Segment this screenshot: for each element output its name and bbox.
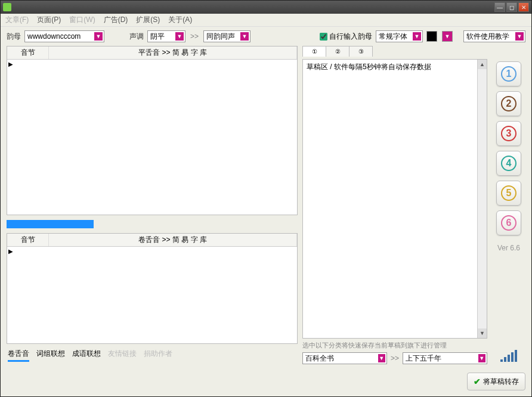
tone-combo[interactable]: ▼ xyxy=(147,30,185,42)
content-area: 音节 平舌音 >> 简 易 字 库 ▶ 音节 卷舌音 >> 简 易 字 库 ▶ xyxy=(1,46,531,369)
menu-window[interactable]: 窗口(W) xyxy=(69,15,95,25)
draft-scrollbar[interactable]: ▲ ▼ xyxy=(477,60,487,338)
minimize-button[interactable]: — xyxy=(494,2,505,12)
progress-bar[interactable] xyxy=(7,220,298,228)
menu-article[interactable]: 文章(F) xyxy=(5,15,29,25)
color-swatch[interactable] xyxy=(426,31,437,42)
flat-tongue-panel: 音节 平舌音 >> 简 易 字 库 ▶ xyxy=(7,46,298,215)
num-button-4[interactable]: 4 xyxy=(496,151,521,176)
color-dropdown-icon[interactable]: ▼ xyxy=(442,31,453,42)
num-button-2[interactable]: 2 xyxy=(496,91,521,116)
flat-table-header: 音节 平舌音 >> 简 易 字 库 xyxy=(7,46,297,60)
col-syllable[interactable]: 音节 xyxy=(7,234,49,246)
dropdown-arrow-icon[interactable]: ▼ xyxy=(515,32,524,41)
category1-combo[interactable]: ▼ xyxy=(302,352,387,364)
curl-tongue-panel: 音节 卷舌音 >> 简 易 字 库 ▶ xyxy=(7,233,298,344)
right-pane: ① ② ③ 草稿区 / 软件每隔5秒钟将自动保存数据 ▲ ▼ 选中以下分类将快速… xyxy=(302,46,487,364)
tab-phrase[interactable]: 词组联想 xyxy=(36,349,65,362)
self-input-checkbox[interactable]: 自行输入韵母 xyxy=(320,32,372,42)
col-flat-header[interactable]: 平舌音 >> 简 易 字 库 xyxy=(49,46,297,59)
tone-label: 声调 xyxy=(129,32,144,42)
circled-5-icon: 5 xyxy=(501,185,516,201)
progress-fill xyxy=(7,220,94,228)
menubar: 文章(F) 页面(P) 窗口(W) 广告(D) 扩展(S) 关于(A) xyxy=(1,14,531,27)
self-input-label: 自行输入韵母 xyxy=(329,32,372,42)
close-button[interactable]: ✕ xyxy=(518,2,529,12)
curl-table-header: 音节 卷舌音 >> 简 易 字 库 xyxy=(7,234,297,247)
save-draft-button[interactable]: ✔ 将草稿转存 xyxy=(467,373,525,390)
circled-4-icon: 4 xyxy=(501,156,516,171)
gtgt-separator: >> xyxy=(189,32,200,41)
category-hint: 选中以下分类将快速保存当前草稿到旗下进行管理 xyxy=(302,341,487,350)
category-row: ▼ >> ▼ xyxy=(302,352,487,364)
dropdown-arrow-icon[interactable]: ▼ xyxy=(175,32,184,41)
circled-3-icon: 3 xyxy=(501,126,516,141)
draft-tab-2[interactable]: ② xyxy=(326,46,349,57)
yunmu-combo[interactable]: ▼ xyxy=(24,30,104,42)
num-button-5[interactable]: 5 xyxy=(496,181,521,206)
category1-input[interactable] xyxy=(305,353,377,363)
menu-page[interactable]: 页面(P) xyxy=(37,15,61,25)
tab-idiom[interactable]: 成语联想 xyxy=(72,349,101,362)
dropdown-arrow-icon[interactable]: ▼ xyxy=(378,354,385,362)
self-input-check[interactable] xyxy=(320,33,327,41)
menu-ad[interactable]: 广告(D) xyxy=(104,15,128,25)
row-marker-icon: ▶ xyxy=(8,248,13,255)
tab-donate[interactable]: 捐助作者 xyxy=(144,349,172,362)
dropdown-arrow-icon[interactable]: ▼ xyxy=(94,32,103,41)
draft-tab-3[interactable]: ③ xyxy=(349,46,373,57)
menu-about[interactable]: 关于(A) xyxy=(168,15,192,25)
tab-friend[interactable]: 友情链接 xyxy=(108,349,137,362)
draft-placeholder: 草稿区 / 软件每隔5秒钟将自动保存数据 xyxy=(303,60,487,75)
circled-1-icon: 1 xyxy=(501,66,516,82)
draft-tab-1[interactable]: ① xyxy=(302,46,326,57)
footer: ✔ 将草稿转存 xyxy=(1,369,531,396)
tab-curl[interactable]: 卷舌音 xyxy=(8,349,29,362)
num-button-6[interactable]: 6 xyxy=(496,210,521,235)
tone-input[interactable] xyxy=(150,32,174,41)
col-curl-header[interactable]: 卷舌音 >> 简 易 字 库 xyxy=(49,234,297,246)
draft-area[interactable]: 草稿区 / 软件每隔5秒钟将自动保存数据 ▲ ▼ xyxy=(302,59,487,339)
dropdown-arrow-icon[interactable]: ▼ xyxy=(240,32,249,41)
draft-tabs: ① ② ③ xyxy=(302,46,487,57)
menu-extend[interactable]: 扩展(S) xyxy=(136,15,160,25)
bottom-tabs: 卷舌音 词组联想 成语联想 友情链接 捐助作者 xyxy=(7,346,298,364)
category2-combo[interactable]: ▼ xyxy=(403,352,487,364)
app-icon xyxy=(3,3,11,11)
number-sidebar: 1 2 3 4 5 6 Ver 6.6 xyxy=(492,46,525,364)
curl-table-body[interactable]: ▶ xyxy=(7,247,297,343)
font-input[interactable] xyxy=(379,32,412,41)
circled-6-icon: 6 xyxy=(501,215,516,231)
scroll-up-icon[interactable]: ▲ xyxy=(478,60,487,69)
same-rhyme-input[interactable] xyxy=(206,32,239,41)
dropdown-arrow-icon[interactable]: ▼ xyxy=(478,354,485,362)
save-draft-label: 将草稿转存 xyxy=(483,377,519,387)
maximize-button[interactable]: ◻ xyxy=(506,2,517,12)
toolbar: 韵母 ▼ 声调 ▼ >> ▼ 自行输入韵母 ▼ ▼ ▼ xyxy=(1,27,531,46)
same-rhyme-combo[interactable]: ▼ xyxy=(203,30,250,42)
titlebar[interactable]: — ◻ ✕ xyxy=(1,1,531,14)
left-pane: 音节 平舌音 >> 简 易 字 库 ▶ 音节 卷舌音 >> 简 易 字 库 ▶ xyxy=(7,46,298,364)
version-label: Ver 6.6 xyxy=(497,244,520,252)
font-combo[interactable]: ▼ xyxy=(376,30,423,42)
checkmark-icon: ✔ xyxy=(474,377,481,386)
col-syllable[interactable]: 音节 xyxy=(7,46,49,59)
yunmu-input[interactable] xyxy=(27,32,93,41)
row-marker-icon: ▶ xyxy=(8,61,13,67)
app-window: — ◻ ✕ 文章(F) 页面(P) 窗口(W) 广告(D) 扩展(S) 关于(A… xyxy=(0,0,532,397)
num-button-1[interactable]: 1 xyxy=(496,61,521,86)
gtgt-separator: >> xyxy=(389,354,400,362)
num-button-3[interactable]: 3 xyxy=(496,121,521,146)
equalizer-icon[interactable] xyxy=(500,350,517,362)
category2-input[interactable] xyxy=(406,353,477,363)
flat-table-body[interactable]: ▶ xyxy=(7,60,297,215)
tutorial-input[interactable] xyxy=(466,32,514,41)
yunmu-label: 韵母 xyxy=(7,32,21,42)
tutorial-combo[interactable]: ▼ xyxy=(463,30,525,42)
scroll-down-icon[interactable]: ▼ xyxy=(478,328,487,338)
circled-2-icon: 2 xyxy=(501,96,516,111)
dropdown-arrow-icon[interactable]: ▼ xyxy=(413,32,421,41)
